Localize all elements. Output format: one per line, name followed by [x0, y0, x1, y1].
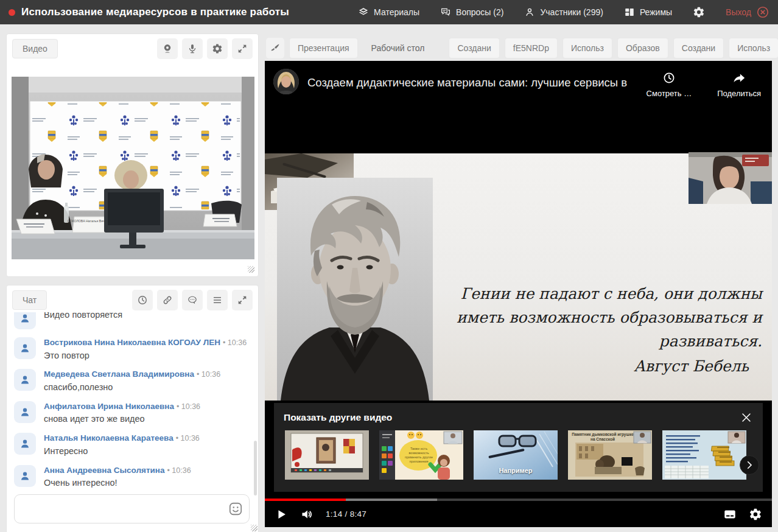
- exit-circle-x-icon: [756, 5, 769, 19]
- watch-later-clock-icon: [662, 71, 676, 85]
- chat-panel-header: Чат: [7, 285, 258, 313]
- person-icon: [19, 342, 31, 354]
- webcam-video: СОКОЛОВА Наталья Вячеславовна: [12, 77, 254, 259]
- tab-document-2[interactable]: fE5NRDp: [505, 38, 558, 58]
- youtube-player[interactable]: Создаем дидактические материалы сами: лу…: [265, 61, 772, 527]
- tab-document-1[interactable]: Создани: [449, 38, 499, 58]
- draw-tools-button[interactable]: [266, 38, 284, 58]
- play-button[interactable]: [275, 508, 288, 521]
- avatar: [14, 312, 36, 329]
- menu-participants[interactable]: Участники (299): [524, 7, 603, 18]
- channel-avatar[interactable]: [273, 69, 299, 94]
- subtitles-button[interactable]: [723, 508, 737, 521]
- playback-time: 1:14 / 8:47: [326, 509, 366, 519]
- chat-resize-handle[interactable]: [251, 525, 258, 531]
- chat-panel: Чат Видео повторяется Вострикова Нина Ни…: [6, 285, 259, 532]
- gear-icon: [693, 6, 705, 18]
- chat-author: Анна Андреевна Сысолятина: [44, 466, 165, 475]
- expand-icon: [237, 295, 248, 306]
- tab-document-4[interactable]: Образов: [617, 38, 668, 58]
- tab-document-6[interactable]: Использ: [729, 38, 778, 58]
- thumb-caption: Памятник дымковской игрушке на Спасской: [570, 432, 635, 442]
- smiley-icon: [228, 501, 244, 517]
- chat-author: Анфилатова Ирина Николаевна: [44, 402, 174, 411]
- portrait-august-bebel: [277, 178, 433, 401]
- player-settings-button[interactable]: [749, 508, 762, 521]
- tab-presentation[interactable]: Презентация: [289, 38, 358, 58]
- chat-author: Медведева Светлана Владимировна: [44, 369, 194, 379]
- person-icon: [19, 374, 31, 386]
- avatar: [14, 369, 36, 391]
- chat-messages-button[interactable]: [182, 290, 203, 310]
- webinar-title: Использование медиаресурсов в практике р…: [21, 6, 289, 18]
- player-controls: 1:14 / 8:47: [265, 499, 772, 527]
- video-title[interactable]: Создаем дидактические материалы сами: лу…: [307, 76, 627, 89]
- tab-document-5[interactable]: Создани: [673, 38, 724, 58]
- menu-modes[interactable]: Режимы: [624, 7, 672, 18]
- video-tab[interactable]: Видео: [12, 39, 58, 58]
- share-arrow-icon: [732, 71, 746, 85]
- suggested-video-5[interactable]: [662, 430, 746, 480]
- expand-icon: [237, 43, 248, 54]
- chat-time: • 10:36: [223, 338, 247, 347]
- quote-author: Август Бебель: [440, 355, 762, 379]
- brush-icon: [270, 43, 281, 54]
- presenter-webcam: [689, 152, 772, 204]
- chat-link-button[interactable]: [157, 290, 178, 310]
- chat-menu-button[interactable]: [207, 290, 228, 310]
- suggested-video-4[interactable]: Памятник дымковской игрушке на Спасской: [568, 430, 652, 480]
- hamburger-icon: [212, 295, 223, 306]
- chat-message: Анфилатова Ирина Николаевна• 10:36 снова…: [14, 401, 253, 425]
- video-panel-header: Видео: [7, 34, 258, 62]
- chat-message-list[interactable]: Видео повторяется Вострикова Нина Никола…: [14, 312, 253, 490]
- settings-gear-button[interactable]: [693, 6, 705, 18]
- recording-indicator-icon: [9, 9, 15, 16]
- suggested-video-3[interactable]: Например: [474, 430, 558, 480]
- close-suggestions-button[interactable]: [740, 411, 753, 424]
- avatar: [14, 433, 36, 455]
- chat-tab[interactable]: Чат: [12, 290, 47, 310]
- chat-author: Вострикова Нина Николаевна КОГОАУ ЛЕН: [44, 338, 220, 347]
- webcam-button[interactable]: [157, 38, 178, 59]
- video-panel: Видео: [6, 33, 259, 277]
- volume-button[interactable]: [300, 508, 314, 521]
- avatar: [14, 401, 36, 423]
- slide-quote: Гении не падают с неба, они должны иметь…: [440, 282, 762, 379]
- participants-icon: [524, 7, 535, 18]
- tab-document-3[interactable]: Использ: [562, 38, 612, 58]
- play-icon: [275, 508, 288, 521]
- suggestions-title: Показать другие видео: [284, 412, 392, 423]
- person-icon: [19, 470, 31, 482]
- exit-button[interactable]: Выход: [726, 5, 769, 19]
- person-icon: [19, 406, 31, 418]
- gear-icon: [212, 43, 223, 54]
- person-icon: [19, 438, 31, 450]
- chat-scrollbar[interactable]: [254, 441, 257, 495]
- comment-dots-icon: [187, 295, 198, 306]
- watch-later-button[interactable]: Смотреть …: [647, 71, 692, 98]
- chat-message: Анна Андреевна Сысолятина• 10:36 Очень и…: [14, 465, 253, 489]
- chat-history-button[interactable]: [132, 290, 153, 310]
- tab-desktop[interactable]: Рабочий стол: [363, 38, 433, 58]
- next-suggestions-button[interactable]: [740, 455, 759, 475]
- menu-materials[interactable]: Материалы: [358, 7, 419, 18]
- suggested-video-1[interactable]: [285, 430, 369, 480]
- video-fullscreen-button[interactable]: [232, 38, 253, 59]
- presentation-toolbar: Презентация Рабочий стол Создани fE5NRDp…: [266, 35, 772, 61]
- questions-icon: [440, 7, 451, 18]
- microphone-icon: [187, 43, 198, 54]
- emoji-button[interactable]: [228, 500, 245, 517]
- suggested-video-2[interactable]: Также есть возможность применить другие …: [379, 430, 463, 480]
- chat-input[interactable]: [14, 494, 250, 523]
- chat-message: Видео повторяется: [14, 312, 253, 329]
- video-settings-button[interactable]: [207, 38, 228, 59]
- chat-message: Наталья Николаевна Каратеева• 10:36 Инте…: [14, 433, 253, 457]
- menu-questions[interactable]: Вопросы (2): [440, 7, 503, 18]
- microphone-button[interactable]: [182, 38, 203, 59]
- volume-icon: [300, 508, 314, 521]
- share-button[interactable]: Поделиться: [717, 71, 761, 98]
- link-icon: [162, 295, 173, 306]
- chat-input-area: [14, 494, 250, 523]
- video-resize-handle[interactable]: [248, 266, 254, 273]
- chat-fullscreen-button[interactable]: [232, 290, 253, 310]
